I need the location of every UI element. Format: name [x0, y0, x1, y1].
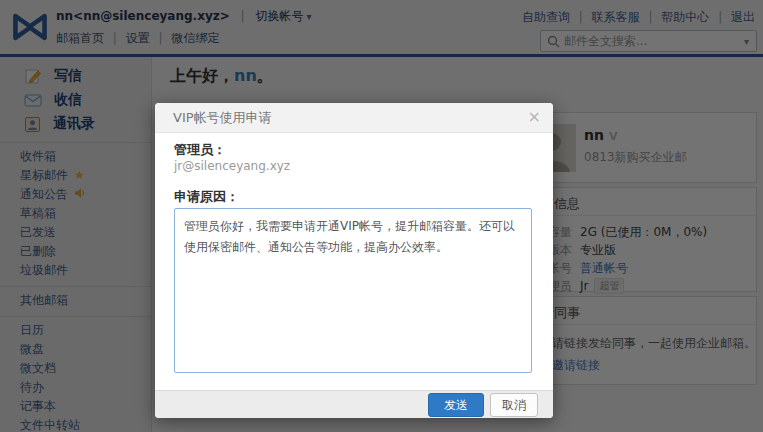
- cancel-button[interactable]: 取消: [490, 393, 538, 417]
- reason-textarea[interactable]: 管理员你好，我需要申请开通VIP帐号，提升邮箱容量。还可以使用保密邮件、通知公告…: [174, 208, 532, 373]
- vip-application-dialog: VIP帐号使用申请 × 管理员： jr@silenceyang.xyz 申请原因…: [155, 103, 553, 418]
- send-button[interactable]: 发送: [428, 393, 484, 417]
- dialog-titlebar: VIP帐号使用申请 ×: [155, 103, 553, 133]
- admin-label: 管理员：: [174, 141, 226, 159]
- exmail-home-page: nn<nn@silenceyang.xyz> | 切换帐号▾ 邮箱首页 | 设置…: [0, 0, 763, 432]
- close-icon[interactable]: ×: [528, 103, 541, 131]
- admin-address: jr@silenceyang.xyz: [174, 159, 290, 173]
- reason-label: 申请原因：: [174, 188, 239, 206]
- dialog-title: VIP帐号使用申请: [173, 103, 272, 133]
- dialog-footer: 发送 取消: [155, 390, 553, 418]
